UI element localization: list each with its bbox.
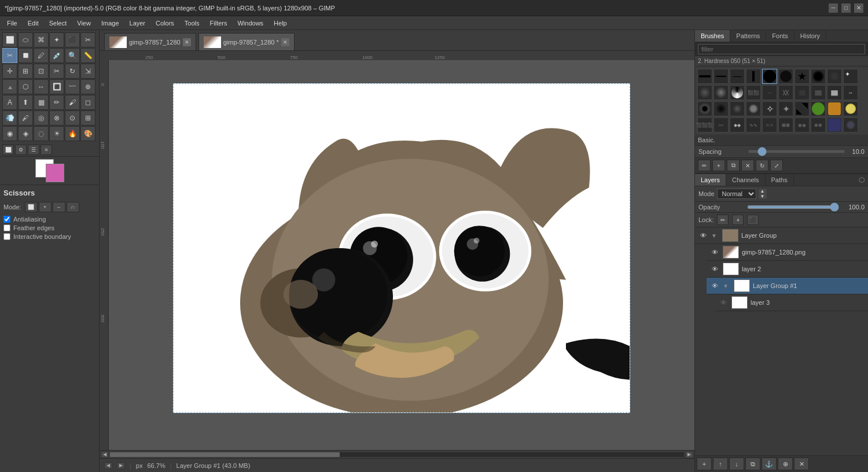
scroll-left-button[interactable]: ◀ <box>101 451 109 458</box>
layer-row-image[interactable]: 👁 gimp-97857_1280.png <box>707 244 868 261</box>
tool-pencil[interactable]: ✏ <box>49 95 64 110</box>
brush-item-selected[interactable] <box>762 69 777 84</box>
tag-button[interactable]: ⚙ <box>15 145 27 155</box>
tool-select-by-color[interactable]: ⬛ <box>65 32 80 47</box>
tool-zoom[interactable]: 🔍 <box>65 48 80 63</box>
mode-replace-button[interactable]: ⬜ <box>25 202 38 212</box>
menu-file[interactable]: File <box>2 19 22 28</box>
tool-flip[interactable]: ↔ <box>34 79 49 94</box>
spacing-slider[interactable] <box>748 150 845 153</box>
brush-item[interactable] <box>713 101 729 116</box>
anchor-layer-button[interactable]: ⚓ <box>762 458 777 470</box>
tool-foreground-select[interactable]: 🔲 <box>18 48 33 63</box>
brush-item[interactable] <box>730 69 745 84</box>
brush-item[interactable] <box>778 69 793 84</box>
layer-collapse-toggle[interactable]: ▼ <box>723 283 731 289</box>
tool-preset-button[interactable]: ☰ <box>28 145 39 155</box>
brush-edit-button[interactable]: ✏ <box>698 160 711 171</box>
tool-mypaint[interactable]: ◎ <box>34 110 49 126</box>
duplicate-layer-button[interactable]: ⧉ <box>745 458 760 470</box>
brush-item[interactable]: ⬛⬛⬛ <box>697 117 712 132</box>
tool-scale[interactable]: ⇲ <box>80 64 95 79</box>
brush-item[interactable]: ✦ <box>778 101 793 116</box>
brush-item[interactable]: ▪▪ <box>843 85 858 100</box>
brush-item[interactable]: ▫▫▫ <box>713 117 729 132</box>
canvas-image[interactable] <box>173 83 630 413</box>
brush-item[interactable]: ∿∿ <box>746 117 761 132</box>
foreground-color-swatch[interactable] <box>46 164 64 182</box>
tool-text[interactable]: A <box>2 95 17 110</box>
canvas-viewport[interactable] <box>109 60 694 450</box>
tool-measure[interactable]: 📏 <box>80 48 95 63</box>
maximize-button[interactable]: □ <box>841 3 851 13</box>
tool-rotate[interactable]: ↻ <box>65 64 80 79</box>
tool-free-select[interactable]: ⌘ <box>34 32 49 47</box>
menu-tools[interactable]: Tools <box>180 19 204 28</box>
tab-paths[interactable]: Paths <box>766 174 794 186</box>
mode-down-arrow[interactable]: ▼ <box>759 194 767 199</box>
brush-delete-button[interactable]: ✕ <box>741 160 754 171</box>
brush-item[interactable]: ◆◆ <box>730 117 745 132</box>
feather-edges-checkbox[interactable] <box>3 224 10 231</box>
brush-item[interactable] <box>713 69 729 84</box>
layer-row-layer2[interactable]: 👁 layer 2 <box>707 261 868 278</box>
tab-brushes[interactable]: Brushes <box>695 30 730 42</box>
tool-crop[interactable]: ✂ <box>49 64 64 79</box>
tab-patterns[interactable]: Patterns <box>730 30 766 42</box>
brush-item[interactable]: ╳╳ <box>778 85 793 100</box>
scroll-thumb[interactable] <box>110 452 340 457</box>
tab-layers[interactable]: Layers <box>695 174 726 186</box>
tool-scissors-active[interactable]: ✂ <box>2 48 17 63</box>
brush-item[interactable] <box>811 69 826 84</box>
brush-item[interactable]: ✦ <box>843 69 858 84</box>
merge-layer-button[interactable]: ⊕ <box>778 458 793 470</box>
scroll-right-button[interactable]: ▶ <box>685 451 693 458</box>
tool-healing[interactable]: ⊙ <box>65 110 80 126</box>
tool-color-picker[interactable]: 💉 <box>49 48 64 63</box>
brush-item[interactable] <box>730 101 745 116</box>
mode-add-button[interactable]: + <box>39 202 52 212</box>
tab-history[interactable]: History <box>795 30 826 42</box>
brush-item[interactable]: ░░ <box>795 85 810 100</box>
brush-refresh-button[interactable]: ↻ <box>756 160 768 171</box>
brush-item[interactable] <box>811 101 826 116</box>
menu-layer[interactable]: Layer <box>125 19 150 28</box>
tool-paths[interactable]: 🖊 <box>34 48 49 63</box>
brush-item[interactable]: ⬛⬛ <box>746 85 761 100</box>
brush-item[interactable] <box>827 117 842 132</box>
brush-item[interactable] <box>843 117 858 132</box>
layer-visibility-toggle[interactable]: 👁 <box>709 247 720 257</box>
brush-duplicate-button[interactable]: ⧉ <box>727 160 740 171</box>
tab-channels[interactable]: Channels <box>726 174 765 186</box>
brush-item[interactable] <box>795 101 810 116</box>
tab-close-2[interactable]: ✕ <box>281 38 289 46</box>
tool-burn[interactable]: 🔥 <box>65 126 80 141</box>
brush-item[interactable] <box>746 101 761 116</box>
tool-hue-sat[interactable]: 🎨 <box>80 126 95 141</box>
status-nav-next[interactable]: ▶ <box>117 462 125 469</box>
menu-help[interactable]: Help <box>269 19 292 28</box>
tool-shear[interactable]: ⟁ <box>2 79 17 94</box>
menu-colors[interactable]: Colors <box>151 19 179 28</box>
tool-paint[interactable]: 🖌 <box>65 95 80 110</box>
brush-item[interactable] <box>730 85 745 100</box>
menu-windows[interactable]: Windows <box>233 19 268 28</box>
minimize-button[interactable]: ─ <box>829 3 838 13</box>
lower-layer-button[interactable]: ↓ <box>729 458 744 470</box>
brush-item[interactable] <box>843 101 858 116</box>
brush-item[interactable] <box>746 69 761 84</box>
tab-close-1[interactable]: ✕ <box>183 38 191 46</box>
tool-handle-transform[interactable]: ⊕ <box>80 79 95 94</box>
scroll-track[interactable] <box>110 452 684 457</box>
layer-visibility-toggle[interactable]: 👁 <box>718 297 729 308</box>
brush-item[interactable]: ≋≋ <box>762 117 777 132</box>
quick-mask-button[interactable]: ⬜ <box>2 145 14 155</box>
tab-untitled[interactable]: gimp-97857_1280 * ✕ <box>198 33 295 50</box>
tool-airbrush[interactable]: 💨 <box>2 110 17 126</box>
horizontal-scrollbar[interactable]: ◀ ▶ <box>100 450 694 458</box>
tool-blur[interactable]: ◉ <box>2 126 17 141</box>
brush-item[interactable] <box>713 85 729 100</box>
brush-search-input[interactable] <box>698 44 865 54</box>
tool-ellipse-select[interactable]: ⬭ <box>18 32 33 47</box>
raise-layer-button[interactable]: ↑ <box>713 458 728 470</box>
